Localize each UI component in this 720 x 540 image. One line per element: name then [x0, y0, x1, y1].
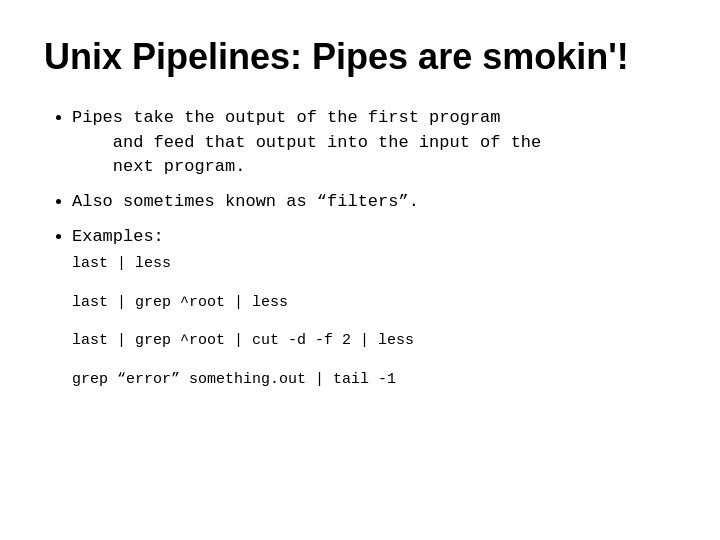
examples-block: last | less last | grep ^root | less las… [72, 253, 676, 391]
bullet-item-3: Examples: last | less last | grep ^root … [72, 225, 676, 392]
examples-label: Examples: [72, 227, 164, 246]
code-line-4: grep “error” something.out | tail -1 [72, 369, 676, 392]
code-line-3: last | grep ^root | cut -d -f 2 | less [72, 330, 676, 353]
bullet-item-1: Pipes take the output of the first progr… [72, 106, 676, 180]
bullet-list: Pipes take the output of the first progr… [44, 106, 676, 391]
bullet-item-2: Also sometimes known as “filters”. [72, 190, 676, 215]
slide: Unix Pipelines: Pipes are smokin'! Pipes… [0, 0, 720, 540]
code-line-1: last | less [72, 253, 676, 276]
bullet-text-2: Also sometimes known as “filters”. [72, 190, 676, 215]
bullet-text-1: Pipes take the output of the first progr… [72, 106, 676, 180]
slide-title: Unix Pipelines: Pipes are smokin'! [44, 36, 676, 78]
code-line-2: last | grep ^root | less [72, 292, 676, 315]
